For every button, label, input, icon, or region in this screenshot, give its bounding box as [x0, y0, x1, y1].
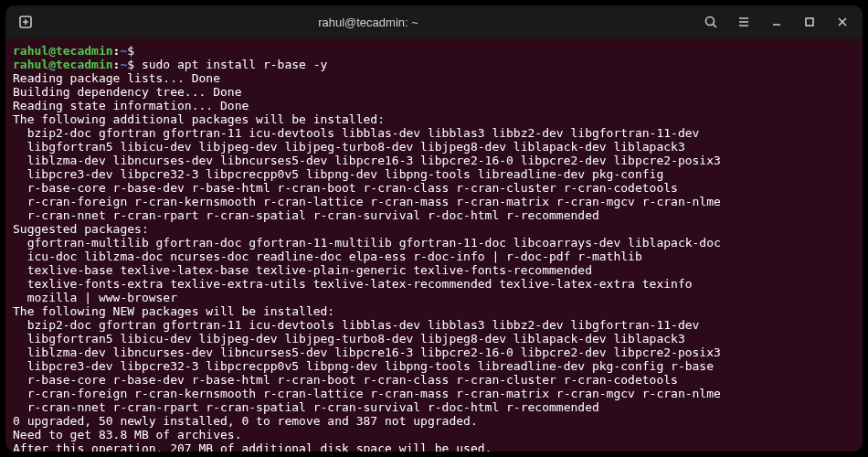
- new-tab-button[interactable]: [11, 9, 40, 35]
- svg-point-3: [706, 17, 715, 26]
- close-button[interactable]: [828, 9, 857, 35]
- output-text: Reading state information... Done: [13, 99, 249, 112]
- output-text: icu-doc liblzma-doc ncurses-doc readline…: [13, 250, 642, 263]
- output-text: The following additional packages will b…: [13, 112, 385, 126]
- output-text: libgfortran5 libicu-dev libjpeg-dev libj…: [13, 140, 685, 154]
- search-icon: [704, 15, 718, 29]
- output-text: Building dependency tree... Done: [13, 85, 241, 99]
- output-line: mozilla | www-browser: [13, 291, 855, 304]
- output-line: texlive-fonts-extra texlive-extra-utils …: [13, 277, 855, 291]
- close-icon: [835, 15, 850, 29]
- output-text: Need to get 83.8 MB of archives.: [13, 428, 241, 441]
- output-line: libpcre3-dev libpcre32-3 libpcrecpp0v5 l…: [13, 359, 855, 373]
- prompt-dollar: $: [127, 58, 142, 71]
- prompt-user: rahul@tecadmin: [13, 44, 113, 58]
- output-line: r-cran-nnet r-cran-rpart r-cran-spatial …: [13, 400, 855, 414]
- output-text: libpcre3-dev libpcre32-3 libpcrecpp0v5 l…: [13, 167, 663, 181]
- output-line: r-cran-nnet r-cran-rpart r-cran-spatial …: [13, 208, 855, 222]
- output-text: libgfortran5 libicu-dev libjpeg-dev libj…: [13, 332, 685, 345]
- output-line: r-base-core r-base-dev r-base-html r-cra…: [13, 373, 855, 387]
- output-text: r-cran-nnet r-cran-rpart r-cran-spatial …: [13, 400, 599, 414]
- prompt-line: rahul@tecadmin:~$ sudo apt install r-bas…: [13, 58, 855, 71]
- output-line: 0 upgraded, 50 newly installed, 0 to rem…: [13, 414, 855, 428]
- output-text: liblzma-dev libncurses-dev libncurses5-d…: [13, 154, 721, 167]
- output-text: Suggested packages:: [13, 222, 149, 236]
- output-line: libpcre3-dev libpcre32-3 libpcrecpp0v5 l…: [13, 167, 855, 181]
- prompt-dollar: $: [127, 44, 142, 58]
- output-text: mozilla | www-browser: [13, 291, 177, 304]
- output-text: r-base-core r-base-dev r-base-html r-cra…: [13, 181, 678, 195]
- maximize-icon: [802, 15, 817, 29]
- output-line: Need to get 83.8 MB of archives.: [13, 428, 855, 441]
- titlebar: rahul@tecadmin: ~: [5, 5, 863, 38]
- minimize-icon: [769, 15, 784, 29]
- output-line: r-cran-foreign r-cran-kernsmooth r-cran-…: [13, 195, 855, 208]
- output-line: texlive-base texlive-latex-base texlive-…: [13, 263, 855, 277]
- output-line: Reading state information... Done: [13, 99, 855, 112]
- output-text: r-cran-foreign r-cran-kernsmooth r-cran-…: [13, 387, 721, 400]
- output-line: After this operation, 207 MB of addition…: [13, 441, 855, 452]
- output-line: Reading package lists... Done: [13, 71, 855, 85]
- search-button[interactable]: [696, 9, 725, 35]
- output-line: liblzma-dev libncurses-dev libncurses5-d…: [13, 345, 855, 359]
- prompt-user: rahul@tecadmin: [13, 58, 113, 71]
- output-text: Reading package lists... Done: [13, 71, 220, 85]
- output-line: The following NEW packages will be insta…: [13, 304, 855, 318]
- maximize-button[interactable]: [795, 9, 824, 35]
- output-line: Building dependency tree... Done: [13, 85, 855, 99]
- output-text: The following NEW packages will be insta…: [13, 304, 334, 318]
- output-line: bzip2-doc gfortran gfortran-11 icu-devto…: [13, 318, 855, 332]
- svg-line-4: [714, 25, 717, 28]
- output-text: bzip2-doc gfortran gfortran-11 icu-devto…: [13, 318, 699, 332]
- output-text: After this operation, 207 MB of addition…: [13, 441, 492, 452]
- output-text: libpcre3-dev libpcre32-3 libpcrecpp0v5 l…: [13, 359, 714, 373]
- output-line: libgfortran5 libicu-dev libjpeg-dev libj…: [13, 332, 855, 345]
- output-line: libgfortran5 libicu-dev libjpeg-dev libj…: [13, 140, 855, 154]
- terminal-body[interactable]: rahul@tecadmin:~$ rahul@tecadmin:~$ sudo…: [5, 38, 863, 452]
- output-text: gfortran-multilib gfortran-doc gfortran-…: [13, 236, 721, 250]
- plus-box-icon: [18, 15, 33, 29]
- terminal-window: rahul@tecadmin: ~ rahul@tecadmin:~$ rahu…: [5, 5, 863, 452]
- output-line: gfortran-multilib gfortran-doc gfortran-…: [13, 236, 855, 250]
- output-text: r-cran-foreign r-cran-kernsmooth r-cran-…: [13, 195, 721, 208]
- svg-rect-9: [806, 18, 813, 26]
- output-line: r-base-core r-base-dev r-base-html r-cra…: [13, 181, 855, 195]
- output-line: bzip2-doc gfortran gfortran-11 icu-devto…: [13, 126, 855, 140]
- output-text: r-cran-nnet r-cran-rpart r-cran-spatial …: [13, 208, 599, 222]
- output-text: bzip2-doc gfortran gfortran-11 icu-devto…: [13, 126, 699, 140]
- output-text: texlive-base texlive-latex-base texlive-…: [13, 263, 592, 277]
- output-text: r-base-core r-base-dev r-base-html r-cra…: [13, 373, 678, 387]
- command-text: sudo apt install r-base -y: [142, 58, 328, 71]
- output-line: liblzma-dev libncurses-dev libncurses5-d…: [13, 154, 855, 167]
- prompt-line: rahul@tecadmin:~$: [13, 44, 855, 58]
- output-text: 0 upgraded, 50 newly installed, 0 to rem…: [13, 414, 478, 428]
- window-title: rahul@tecadmin: ~: [40, 16, 696, 29]
- hamburger-icon: [736, 15, 751, 29]
- minimize-button[interactable]: [762, 9, 791, 35]
- menu-button[interactable]: [729, 9, 758, 35]
- output-line: Suggested packages:: [13, 222, 855, 236]
- output-line: The following additional packages will b…: [13, 112, 855, 126]
- output-text: texlive-fonts-extra texlive-extra-utils …: [13, 277, 693, 291]
- output-text: liblzma-dev libncurses-dev libncurses5-d…: [13, 345, 721, 359]
- output-line: r-cran-foreign r-cran-kernsmooth r-cran-…: [13, 387, 855, 400]
- output-line: icu-doc liblzma-doc ncurses-doc readline…: [13, 250, 855, 263]
